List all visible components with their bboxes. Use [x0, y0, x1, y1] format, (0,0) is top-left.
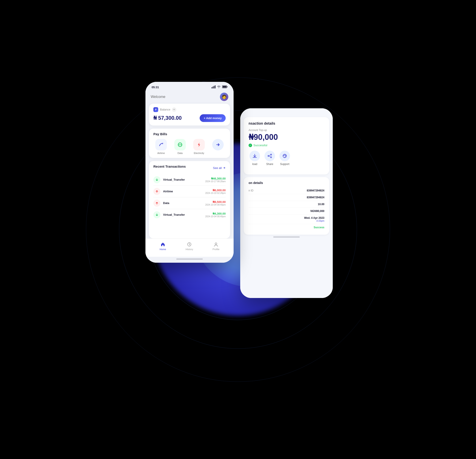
txn-row[interactable]: Virtual_Transfer ₦4,300.00 2024-10-04 08… — [153, 209, 226, 221]
bottom-nav: Home History — [145, 238, 234, 257]
detail-val-6: Success — [314, 226, 324, 229]
right-screen: nsaction details Account Top-up ₦90,000 … — [240, 108, 333, 298]
txn-detail-top-card: nsaction details Account Top-up ₦90,000 … — [244, 117, 329, 175]
svg-line-17 — [269, 155, 270, 156]
load-label: load — [252, 163, 257, 166]
status-dot-icon: ✓ — [249, 144, 252, 147]
more-icon-wrap — [212, 139, 224, 150]
detail-row-3: 10.00 — [249, 201, 324, 208]
action-support[interactable]: Support — [280, 151, 290, 166]
txn-right-3: ₦8,500.00 2024-10-04 08:40pm — [205, 200, 226, 206]
bill-data[interactable]: Data — [172, 139, 188, 154]
txn-row[interactable]: Data ₦8,500.00 2024-10-04 08:40pm — [153, 197, 226, 209]
electricity-label: Electricity — [194, 152, 204, 154]
data-icon-wrap — [174, 139, 186, 150]
status-icons — [212, 85, 227, 89]
svg-rect-2 — [214, 86, 214, 88]
add-money-button[interactable]: + Add money — [200, 114, 226, 122]
svg-line-18 — [269, 156, 270, 157]
txn-icon-3 — [153, 200, 161, 207]
svg-rect-1 — [213, 87, 213, 88]
welcome-label: Welcome — [151, 95, 165, 99]
detail-date: Wed. 4 Apr 2023 — [304, 216, 324, 220]
status-bar: 05:31 — [145, 82, 234, 91]
txn-amount-2: ₦6,000.00 — [205, 189, 226, 192]
svg-rect-5 — [227, 86, 228, 87]
balance-card: P Balance ₦ 57,300.00 + Add money — [149, 104, 230, 125]
phones-wrapper: 05:31 — [139, 64, 337, 395]
see-all-link[interactable]: See all — [213, 166, 226, 170]
scene: 05:31 — [106, 20, 370, 439]
txn-icon-2 — [153, 188, 161, 195]
txn-left-1: Virtual_Transfer — [153, 176, 185, 183]
txn-left-2: Airtime — [153, 188, 173, 195]
balance-row: ₦ 57,300.00 + Add money — [153, 114, 226, 122]
nav-history-label: History — [186, 248, 193, 251]
action-share[interactable]: Share — [264, 151, 275, 166]
detail-row-1: n ID 839947294824 — [249, 187, 324, 194]
txn-name-2: Airtime — [163, 190, 173, 193]
avatar[interactable]: 🧑 — [220, 93, 228, 101]
action-buttons: load — [249, 151, 324, 166]
svg-point-8 — [174, 109, 174, 110]
status-badge: ✓ Successful — [249, 144, 324, 147]
txn-left-4: Virtual_Transfer — [153, 211, 185, 218]
bill-more[interactable] — [210, 139, 226, 150]
detail-section-title: on details — [249, 181, 324, 185]
txn-date-1: 2024-10-17 08:28am — [205, 180, 226, 183]
detail-time: 3:15pm — [304, 220, 324, 222]
txn-row[interactable]: Airtime ₦6,000.00 2024-10-10 02:28pm — [153, 186, 226, 197]
add-money-label: + Add money — [204, 116, 222, 120]
svg-point-16 — [271, 157, 272, 158]
share-icon — [264, 151, 275, 161]
electricity-icon-wrap — [193, 139, 205, 150]
phone-right: nsaction details Account Top-up ₦90,000 … — [240, 108, 333, 298]
bill-electricity[interactable]: Electricity — [191, 139, 207, 154]
txn-detail-title: nsaction details — [249, 122, 324, 125]
nav-home-label: Home — [160, 248, 166, 251]
battery-icon — [222, 85, 227, 89]
right-home-indicator — [273, 237, 300, 238]
support-label: Support — [280, 163, 289, 166]
detail-row-2: 839947294824 — [249, 194, 324, 201]
txn-right-4: ₦4,300.00 2024-10-04 08:40pm — [205, 212, 226, 218]
phone-left: 05:31 — [145, 82, 234, 263]
balance-logo: P — [153, 107, 158, 112]
details-section: on details n ID 839947294824 83994729482… — [244, 177, 329, 235]
txn-date-4: 2024-10-04 08:40pm — [205, 215, 226, 218]
history-icon — [187, 242, 192, 247]
profile-icon — [213, 242, 219, 247]
action-load[interactable]: load — [249, 151, 260, 166]
detail-val-5: Wed. 4 Apr 2023 3:15pm — [304, 216, 324, 222]
eye-icon[interactable] — [172, 108, 176, 112]
txn-left-3: Data — [153, 200, 169, 207]
load-icon — [249, 151, 260, 161]
detail-row-4: NGN90,000 — [249, 208, 324, 215]
bill-airtime[interactable]: Airtime — [153, 139, 169, 154]
detail-row-6: Success — [249, 224, 324, 231]
left-screen: 05:31 — [145, 82, 234, 263]
recent-transactions: Recent Transactions See all Virtual_T — [149, 161, 230, 238]
airtime-icon-wrap — [155, 139, 167, 150]
svg-point-15 — [268, 155, 269, 156]
detail-val-3: 10.00 — [318, 203, 324, 206]
txn-amount-1: ₦46,300.00 — [205, 177, 226, 180]
recent-header: Recent Transactions See all — [153, 165, 226, 171]
txn-name-1: Virtual_Transfer — [163, 178, 185, 181]
svg-point-14 — [271, 154, 272, 155]
data-label: Data — [177, 152, 182, 154]
nav-history[interactable]: History — [186, 242, 193, 251]
txn-big-amount: ₦90,000 — [249, 132, 324, 142]
svg-rect-3 — [215, 85, 215, 88]
nav-profile[interactable]: Profile — [213, 242, 220, 251]
txn-row[interactable]: Virtual_Transfer ₦46,300.00 2024-10-17 0… — [153, 174, 226, 186]
detail-val-2: 839947294824 — [307, 196, 324, 199]
svg-point-20 — [284, 157, 285, 158]
balance-amount: ₦ 57,300.00 — [153, 115, 182, 121]
home-icon — [160, 242, 165, 247]
txn-date-2: 2024-10-10 02:28pm — [205, 192, 226, 194]
detail-val-1: 839947294824 — [307, 189, 324, 192]
detail-key-1: n ID — [249, 189, 254, 192]
nav-profile-label: Profile — [213, 248, 220, 251]
nav-home[interactable]: Home — [160, 242, 166, 251]
